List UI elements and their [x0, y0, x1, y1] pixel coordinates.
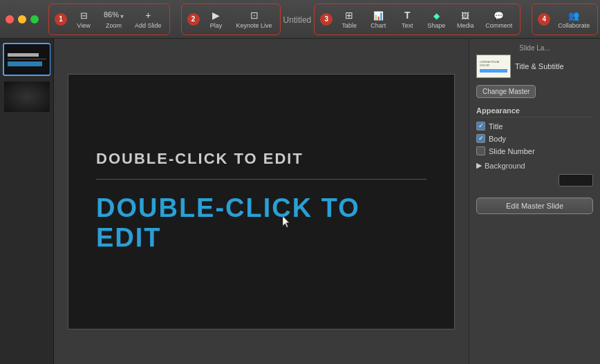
zoom-button[interactable]: 86% Zoom — [100, 8, 127, 30]
slide-thumb-2[interactable]: 2 — [3, 80, 50, 113]
play-button[interactable]: Play — [204, 8, 229, 30]
layout-thumbnail[interactable]: LOREM IPSUM DOLOR — [476, 55, 511, 78]
view-label: View — [77, 22, 90, 29]
window-minimize-button[interactable] — [18, 15, 26, 23]
comment-icon — [494, 9, 504, 21]
media-icon — [461, 9, 469, 21]
title-checkmark: ✓ — [478, 123, 484, 129]
title-bar-area: Untitled — [283, 13, 312, 26]
table-button[interactable]: Table — [337, 8, 362, 30]
badge-4: 4 — [538, 13, 550, 26]
background-label: Background — [485, 162, 525, 170]
badge-2: 2 — [187, 13, 200, 26]
comment-button[interactable]: Comment — [482, 8, 516, 30]
collaborate-label: Collaborate — [558, 22, 590, 29]
slide-divider — [96, 179, 426, 180]
shape-button[interactable]: Shape — [424, 8, 449, 30]
chart-button[interactable]: Chart — [366, 8, 391, 30]
table-icon — [345, 9, 353, 21]
slide-number-checkbox-label: Slide Number — [489, 147, 535, 155]
window-controls — [6, 15, 39, 23]
play-label: Play — [210, 22, 223, 29]
edit-master-button[interactable]: Edit Master Slide — [476, 198, 593, 214]
slide-thumb-1[interactable]: 1 — [3, 43, 50, 76]
keynote-live-button[interactable]: Keynote Live — [233, 8, 276, 30]
slide-preview-1 — [4, 44, 50, 75]
title-checkbox-row: ✓ Title — [476, 122, 593, 131]
background-color-swatch[interactable] — [559, 174, 593, 186]
slide-layout-label: Slide La... — [476, 44, 593, 52]
keynote-live-icon — [250, 9, 259, 21]
canvas-area[interactable]: DOUBLE-CLICK TO EDIT DOUBLE-CLICK TO EDI… — [54, 39, 469, 364]
add-slide-label: Add Slide — [135, 22, 162, 29]
badge-1: 1 — [55, 13, 67, 26]
zoom-chevron-icon — [120, 10, 124, 21]
right-panel: Slide La... LOREM IPSUM DOLOR Title & Su… — [469, 39, 600, 364]
play-icon — [212, 9, 220, 21]
appearance-section-header: Appearance — [476, 106, 593, 117]
slide-panel: 1 2 — [0, 39, 54, 364]
collaborate-icon — [568, 9, 579, 21]
zoom-value: 86% — [104, 11, 119, 19]
keynote-live-label: Keynote Live — [236, 22, 272, 29]
title-checkbox-label: Title — [489, 122, 503, 131]
layout-preview: LOREM IPSUM DOLOR Title & Subtitle — [476, 55, 593, 78]
media-button[interactable]: Media — [453, 8, 478, 30]
slide-subtitle: DOUBLE-CLICK TO EDIT — [96, 193, 426, 253]
slide-canvas[interactable]: DOUBLE-CLICK TO EDIT DOUBLE-CLICK TO EDI… — [68, 74, 455, 329]
toolbar-group-insert: 3 Table Chart Text Shape Media Comment — [314, 3, 521, 35]
add-slide-icon — [145, 9, 151, 21]
text-icon — [404, 9, 411, 21]
title-checkbox[interactable]: ✓ — [476, 122, 485, 131]
zoom-label: Zoom — [106, 22, 122, 29]
comment-label: Comment — [485, 22, 512, 29]
background-disclosure[interactable]: ▶ Background — [476, 161, 593, 170]
add-slide-button[interactable]: Add Slide — [131, 8, 165, 30]
media-label: Media — [457, 22, 474, 29]
text-label: Text — [402, 22, 413, 29]
table-label: Table — [342, 22, 357, 29]
chart-icon — [373, 9, 384, 21]
toolbar-group-collaborate: 4 Collaborate — [532, 3, 598, 35]
text-button[interactable]: Text — [395, 8, 420, 30]
layout-name: Title & Subtitle — [515, 62, 564, 70]
window-maximize-button[interactable] — [30, 15, 39, 23]
slide-number-checkbox-row: Slide Number — [476, 146, 593, 155]
badge-3: 3 — [320, 13, 332, 26]
slide-preview-2 — [4, 82, 50, 112]
app-title: Untitled — [283, 15, 312, 25]
body-checkbox-label: Body — [489, 135, 506, 143]
main-content: 1 2 DOUBLE-CLICK TO EDIT DOUBLE-CLICK TO… — [0, 39, 600, 364]
slide-title: DOUBLE-CLICK TO EDIT — [96, 150, 426, 168]
shape-icon — [433, 9, 440, 21]
background-color-row — [476, 174, 593, 186]
main-toolbar: 1 View 86% Zoom Add Slide 2 Play Keynote… — [0, 0, 600, 39]
view-button[interactable]: View — [71, 8, 96, 30]
body-checkmark: ✓ — [478, 135, 484, 142]
window-close-button[interactable] — [6, 15, 14, 23]
view-icon — [80, 9, 88, 21]
slide-number-checkbox[interactable] — [476, 146, 485, 155]
body-checkbox[interactable]: ✓ — [476, 134, 485, 143]
collaborate-button[interactable]: Collaborate — [554, 8, 593, 30]
shape-label: Shape — [427, 22, 445, 29]
change-master-button[interactable]: Change Master — [476, 85, 536, 98]
chevron-right-icon: ▶ — [476, 161, 482, 170]
chart-label: Chart — [371, 22, 386, 29]
toolbar-group-view: 1 View 86% Zoom Add Slide — [48, 3, 170, 35]
toolbar-group-play: 2 Play Keynote Live — [181, 3, 281, 35]
body-checkbox-row: ✓ Body — [476, 134, 593, 143]
